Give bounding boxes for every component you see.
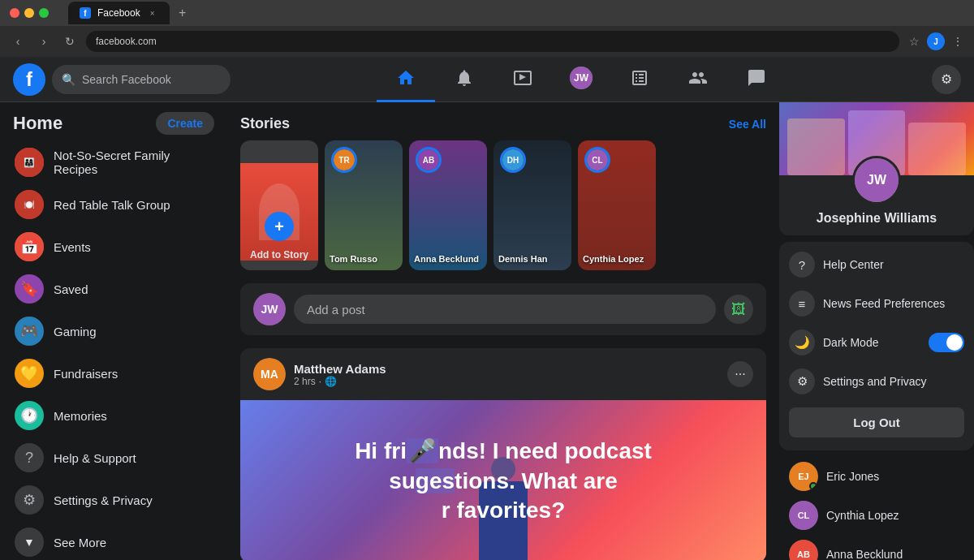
back-button[interactable]: ‹ <box>8 32 28 51</box>
nav-notifications[interactable] <box>435 57 493 102</box>
story-card-cynthia-lopez[interactable]: CL Cynthia Lopez <box>578 140 656 270</box>
refresh-button[interactable]: ↻ <box>60 32 80 51</box>
gaming-icon: 🎮 <box>15 317 44 346</box>
news-feed-prefs-item[interactable]: ≡ News Feed Preferences <box>779 284 974 323</box>
minimize-window-button[interactable] <box>24 8 34 18</box>
forward-button[interactable]: › <box>34 32 54 51</box>
story-name-dennis-han: Dennis Han <box>493 254 571 264</box>
post-image-text: Hi fri🎤nds! I need podcastsugestions. Wh… <box>338 420 668 541</box>
post-author-name[interactable]: Matthew Adams <box>294 362 386 376</box>
help-center-label: Help Center <box>823 258 884 271</box>
nav-messenger[interactable] <box>727 57 786 102</box>
search-icon: 🔍 <box>62 73 75 86</box>
nav-groups[interactable] <box>669 57 727 102</box>
close-window-button[interactable] <box>10 8 19 18</box>
sidebar-label-settings-privacy: Settings & Privacy <box>54 493 153 507</box>
stories-header: Stories See All <box>240 115 766 132</box>
friend-name-anna-becklund: Anna Becklund <box>826 548 903 560</box>
help-center-item[interactable]: ? Help Center <box>779 245 974 284</box>
story-card-tom-russo[interactable]: TR Tom Russo <box>325 140 403 270</box>
post-more-button[interactable]: ··· <box>727 361 753 387</box>
profile-avatar-wrapper: JW <box>779 156 974 205</box>
logout-button[interactable]: Log Out <box>789 407 964 437</box>
tab-favicon: f <box>80 7 91 19</box>
profile-dropdown-menu: ? Help Center ≡ News Feed Preferences 🌙 … <box>779 242 974 450</box>
friends-section: EJ Eric Jones CL Cynthia Lopez AB Anna B… <box>779 454 974 560</box>
profile-avatar: JW <box>852 156 901 205</box>
browser-profile-avatar[interactable]: J <box>927 32 945 50</box>
friend-item-anna-becklund[interactable]: AB Anna Becklund <box>779 535 974 560</box>
nav-watch[interactable] <box>493 57 552 102</box>
add-photo-button[interactable]: 🖼 <box>724 295 753 324</box>
settings-privacy-item[interactable]: ⚙ Settings and Privacy <box>779 362 974 401</box>
search-bar[interactable]: 🔍 <box>52 65 231 94</box>
tab-bar: f Facebook × + <box>68 2 192 24</box>
sidebar-label-fundraisers: Fundraisers <box>54 367 118 381</box>
sidebar-item-red-table[interactable]: 🍽️ Red Table Talk Group <box>6 183 221 226</box>
friend-name-cynthia-lopez: Cynthia Lopez <box>826 509 899 522</box>
story-card-dennis-han[interactable]: DH Dennis Han <box>493 140 571 270</box>
dark-mode-item[interactable]: 🌙 Dark Mode <box>779 323 974 362</box>
post-author-avatar: MA <box>253 358 286 390</box>
sidebar-label-saved: Saved <box>54 282 88 296</box>
sidebar-item-family-recipes[interactable]: 👨‍👩‍👧 Not-So-Secret Family Recipes <box>6 141 221 183</box>
nav-home[interactable] <box>377 57 435 102</box>
address-bar[interactable]: facebook.com <box>86 31 899 52</box>
dark-mode-toggle[interactable] <box>929 333 964 352</box>
sidebar-label-family-recipes: Not-So-Secret Family Recipes <box>54 149 213 176</box>
friend-avatar-anna-becklund: AB <box>789 540 818 560</box>
see-all-stories-link[interactable]: See All <box>729 118 766 131</box>
post-input[interactable]: Add a post <box>294 295 716 324</box>
post-image: Hi fri🎤nds! I need podcastsugestions. Wh… <box>240 400 766 560</box>
new-tab-button[interactable]: + <box>173 3 192 23</box>
gear-button[interactable]: ⚙ <box>932 65 961 94</box>
news-feed-prefs-icon: ≡ <box>789 291 815 317</box>
online-indicator <box>809 482 817 490</box>
profile-name[interactable]: Josephine Williams <box>779 211 974 235</box>
more-options-icon[interactable]: ⋮ <box>950 33 966 50</box>
story-card-anna-becklund[interactable]: AB Anna Becklund <box>409 140 487 270</box>
add-story-card[interactable]: + Add to Story <box>240 140 318 270</box>
tab-facebook[interactable]: f Facebook × <box>68 2 170 24</box>
post-header: MA Matthew Adams 2 hrs · 🌐 ··· <box>240 348 766 400</box>
toolbar-actions: ☆ J ⋮ <box>906 32 966 50</box>
facebook-logo: f <box>13 63 45 96</box>
search-input[interactable] <box>82 73 221 86</box>
tab-close-button[interactable]: × <box>147 7 158 19</box>
news-feed-prefs-label: News Feed Preferences <box>823 297 945 310</box>
nav-marketplace[interactable] <box>610 57 669 102</box>
settings-privacy-label: Settings and Privacy <box>823 375 927 388</box>
fundraisers-icon: 💛 <box>15 359 44 388</box>
friend-avatar-eric-jones: EJ <box>789 462 818 491</box>
friend-name-eric-jones: Eric Jones <box>826 470 879 483</box>
dark-mode-label: Dark Mode <box>823 336 878 349</box>
sidebar-item-gaming[interactable]: 🎮 Gaming <box>6 310 221 352</box>
post-meta: 2 hrs · 🌐 <box>294 376 386 387</box>
profile-panel: JW Josephine Williams <box>779 102 974 235</box>
stories-title: Stories <box>240 115 290 132</box>
sidebar-item-see-more[interactable]: ▼ See More <box>6 521 221 560</box>
sidebar-item-settings-privacy[interactable]: ⚙ Settings & Privacy <box>6 479 221 521</box>
facebook-header: f 🔍 JW <box>0 57 974 102</box>
events-icon: 📅 <box>15 232 44 261</box>
sidebar-item-saved[interactable]: 🔖 Saved <box>6 268 221 310</box>
sidebar-item-memories[interactable]: 🕐 Memories <box>6 394 221 437</box>
friend-item-cynthia-lopez[interactable]: CL Cynthia Lopez <box>779 496 974 535</box>
header-actions: ⚙ <box>932 65 961 94</box>
post-input-placeholder: Add a post <box>307 303 365 317</box>
tab-title: Facebook <box>97 7 140 19</box>
facebook-app: f 🔍 JW <box>0 57 974 560</box>
friend-item-eric-jones[interactable]: EJ Eric Jones <box>779 457 974 496</box>
dark-mode-icon: 🌙 <box>789 330 815 355</box>
post-author-info: MA Matthew Adams 2 hrs · 🌐 <box>253 358 386 390</box>
story-name-anna-becklund: Anna Becklund <box>409 254 487 264</box>
post-time: 2 hrs <box>294 376 316 387</box>
star-icon[interactable]: ☆ <box>906 33 922 50</box>
maximize-window-button[interactable] <box>39 8 49 18</box>
sidebar-item-events[interactable]: 📅 Events <box>6 226 221 268</box>
sidebar-item-help-support[interactable]: ? Help & Support <box>6 437 221 479</box>
traffic-lights <box>10 8 49 18</box>
sidebar-item-fundraisers[interactable]: 💛 Fundraisers <box>6 352 221 394</box>
nav-profile-pic[interactable]: JW <box>552 57 610 102</box>
create-button[interactable]: Create <box>156 112 214 135</box>
